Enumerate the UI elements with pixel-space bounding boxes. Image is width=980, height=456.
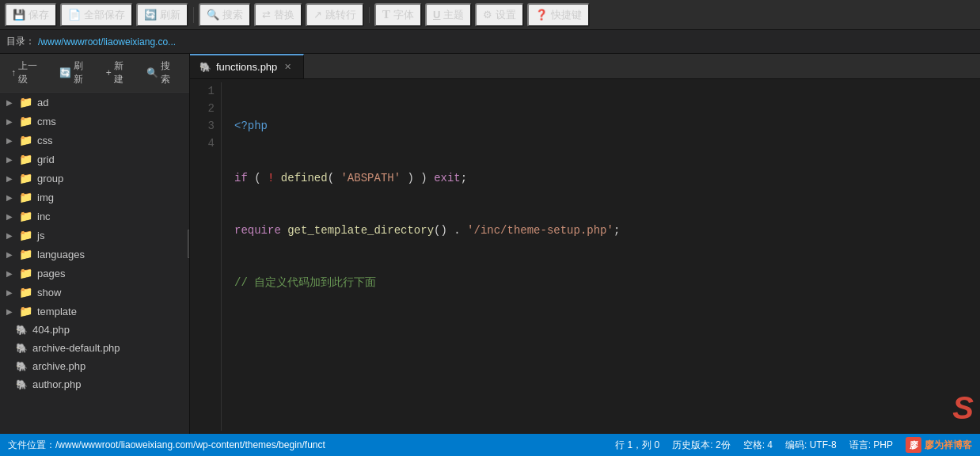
- arrow-icon: ▶: [6, 174, 13, 183]
- arrow-icon: ▶: [6, 269, 13, 278]
- arrow-icon: ▶: [6, 117, 13, 126]
- history-status: 历史版本: 2份: [672, 439, 730, 452]
- save-all-button[interactable]: 📄 全部保存: [60, 3, 133, 27]
- help-icon: ❓: [535, 9, 548, 21]
- theme-icon: U: [433, 9, 440, 21]
- file-archive[interactable]: 🐘 archive.php: [0, 357, 189, 375]
- folder-pages[interactable]: ▶ 📁 pages: [0, 264, 189, 283]
- sidebar-refresh-button[interactable]: 🔄 刷新: [55, 57, 96, 89]
- font-icon: T: [382, 8, 390, 21]
- goto-button[interactable]: ↗ 跳转行: [306, 3, 364, 27]
- folder-languages[interactable]: ▶ 📁 languages: [0, 245, 189, 264]
- new-icon: +: [106, 67, 112, 78]
- arrow-icon: ▶: [6, 193, 13, 202]
- arrow-icon: ▶: [6, 307, 13, 316]
- code-content[interactable]: <?php if ( ! defined( 'ABSPATH' ) ) exit…: [222, 82, 980, 431]
- language-status: 语言: PHP: [849, 439, 893, 452]
- php-file-icon: 🐘: [16, 343, 28, 354]
- code-line-1: <?php: [234, 117, 967, 135]
- sidebar-toolbar: ↑ 上一级 🔄 刷新 + 新建 🔍 搜索: [0, 54, 189, 93]
- statusbar-left: 文件位置：/www/wwwroot/liaoweixiang.com/wp-co…: [8, 439, 325, 452]
- sidebar-search-icon: 🔍: [146, 67, 158, 78]
- php-file-icon: 🐘: [16, 325, 28, 336]
- new-button[interactable]: + 新建: [101, 57, 137, 89]
- line-status: 行 1，列 0: [615, 439, 659, 452]
- folder-icon: 📁: [19, 305, 32, 317]
- code-line-3: require get_template_directory() . '/inc…: [234, 222, 967, 239]
- folder-inc[interactable]: ▶ 📁 inc: [0, 207, 189, 226]
- save-icon: 💾: [13, 9, 25, 21]
- file-404[interactable]: 🐘 404.php: [0, 321, 189, 339]
- folder-css[interactable]: ▶ 📁 css: [0, 131, 189, 150]
- sidebar-refresh-icon: 🔄: [59, 67, 71, 78]
- tab-functions-php[interactable]: 🐘 functions.php ✕: [190, 54, 304, 78]
- refresh-button[interactable]: 🔄 刷新: [136, 3, 188, 27]
- arrow-icon: ▶: [6, 136, 13, 145]
- folder-icon: 📁: [19, 172, 32, 184]
- code-line-2: if ( ! defined( 'ABSPATH' ) ) exit;: [234, 169, 967, 187]
- directory-bar: 目录： /www/wwwroot/liaoweixiang.co...: [0, 30, 980, 54]
- shortcuts-button[interactable]: ❓ 快捷键: [527, 3, 590, 27]
- theme-button[interactable]: U 主题: [425, 3, 472, 27]
- folder-show[interactable]: ▶ 📁 show: [0, 283, 189, 302]
- gear-icon: ⚙: [483, 9, 492, 21]
- folder-icon: 📁: [19, 267, 32, 279]
- folder-icon: 📁: [19, 248, 32, 260]
- line-num-2: 2: [196, 100, 215, 117]
- arrow-icon: ▶: [6, 231, 13, 240]
- folder-template[interactable]: ▶ 📁 template: [0, 302, 189, 321]
- code-line-4: // 自定义代码加到此行下面: [234, 274, 967, 291]
- arrow-icon: ▶: [6, 288, 13, 297]
- arrow-icon: ▶: [6, 250, 13, 259]
- folder-js[interactable]: ▶ 📁 js: [0, 226, 189, 245]
- statusbar-right: 行 1，列 0 历史版本: 2份 空格: 4 编码: UTF-8 语言: PHP…: [615, 437, 972, 453]
- up-button[interactable]: ↑ 上一级: [6, 57, 50, 89]
- folder-cms[interactable]: ▶ 📁 cms: [0, 112, 189, 131]
- folder-icon: 📁: [19, 115, 32, 127]
- editor-area: 🐘 functions.php ✕ 1 2 3 4 <?php if ( ! d…: [190, 54, 980, 434]
- line-num-4: 4: [196, 135, 215, 152]
- folder-icon: 📁: [19, 96, 32, 108]
- code-editor[interactable]: 1 2 3 4 <?php if ( ! defined( 'ABSPATH' …: [190, 79, 980, 434]
- sidebar-search-button[interactable]: 🔍 搜索: [142, 57, 183, 89]
- folder-ad[interactable]: ▶ 📁 ad: [0, 93, 189, 112]
- goto-icon: ↗: [313, 9, 322, 21]
- arrow-icon: ▶: [6, 155, 13, 164]
- line-num-1: 1: [196, 82, 215, 100]
- folder-grid[interactable]: ▶ 📁 grid: [0, 150, 189, 169]
- font-button[interactable]: T 字体: [374, 3, 422, 27]
- file-author[interactable]: 🐘 author.php: [0, 375, 189, 393]
- folder-icon: 📁: [19, 153, 32, 165]
- separator: [193, 7, 194, 23]
- brand-icon: 廖: [906, 437, 921, 453]
- folder-group[interactable]: ▶ 📁 group: [0, 169, 189, 188]
- php-file-icon: 🐘: [16, 361, 28, 372]
- toolbar: 💾 保存 📄 全部保存 🔄 刷新 🔍 搜索 ⇄ 替换 ↗ 跳转行 T 字体 U …: [0, 0, 980, 30]
- arrow-icon: ▶: [6, 98, 13, 107]
- search-button[interactable]: 🔍 搜索: [199, 3, 251, 27]
- line-numbers: 1 2 3 4: [190, 82, 222, 431]
- indent-status: 空格: 4: [743, 439, 773, 452]
- tab-close-button[interactable]: ✕: [282, 60, 294, 74]
- folder-icon: 📁: [19, 191, 32, 203]
- file-archive-default[interactable]: 🐘 archive-default.php: [0, 339, 189, 357]
- main-area: ↑ 上一级 🔄 刷新 + 新建 🔍 搜索 ▶ 📁 ad ▶ 📁: [0, 54, 980, 434]
- logo-area: 廖 廖为祥博客: [906, 437, 972, 453]
- folder-icon: 📁: [19, 286, 32, 298]
- filepath-status: 文件位置：/www/wwwroot/liaoweixiang.com/wp-co…: [8, 439, 325, 452]
- folder-icon: 📁: [19, 229, 32, 241]
- status-bar: 文件位置：/www/wwwroot/liaoweixiang.com/wp-co…: [0, 434, 980, 456]
- save-button[interactable]: 💾 保存: [5, 3, 57, 27]
- brand-name: 廖为祥博客: [925, 439, 972, 452]
- settings-button[interactable]: ⚙ 设置: [475, 3, 524, 27]
- up-icon: ↑: [11, 67, 16, 78]
- php-icon: 🐘: [199, 62, 211, 73]
- separator-2: [369, 7, 370, 23]
- php-file-icon: 🐘: [16, 379, 28, 390]
- folder-img[interactable]: ▶ 📁 img: [0, 188, 189, 207]
- arrow-icon: ▶: [6, 212, 13, 221]
- replace-button[interactable]: ⇄ 替换: [254, 3, 302, 27]
- sidebar: ↑ 上一级 🔄 刷新 + 新建 🔍 搜索 ▶ 📁 ad ▶ 📁: [0, 54, 190, 434]
- sidebar-collapse-button[interactable]: ◀: [188, 230, 190, 258]
- refresh-icon: 🔄: [144, 9, 157, 21]
